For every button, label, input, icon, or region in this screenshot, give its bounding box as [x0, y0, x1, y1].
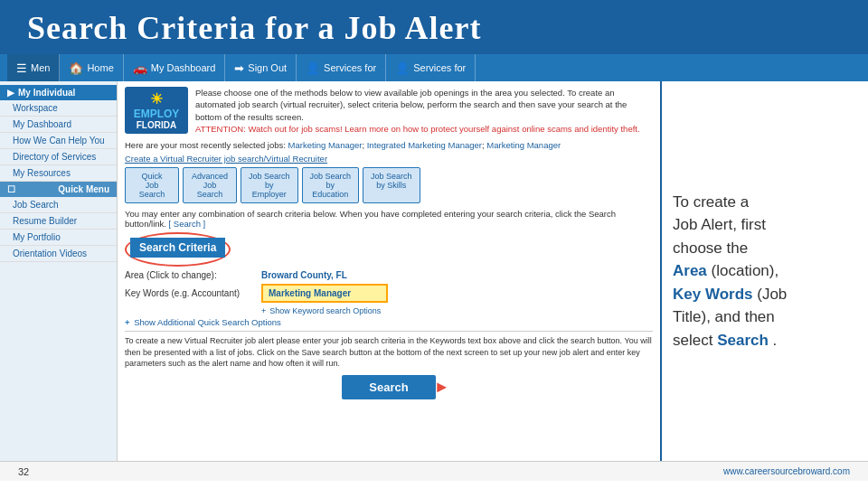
sidebar-user-header: ▶ My Individual — [0, 85, 117, 100]
recent-job-3[interactable]: Marketing Manager — [486, 140, 561, 150]
sidebar-item-orientation[interactable]: Orientation Videos — [0, 246, 117, 262]
sidebar-item-directory[interactable]: Directory of Services — [0, 149, 117, 165]
user-icon: ▶ — [7, 88, 14, 98]
search-inline-link[interactable]: [ Search ] — [169, 219, 206, 229]
tip-area-highlight: Area — [673, 262, 707, 279]
keywords-row: Key Words (e.g. Accountant) — [125, 284, 653, 303]
page-title: Search Criteria for a Job Alert — [0, 0, 868, 54]
employ-florida-logo: ☀ EMPLOY FLORIDA — [125, 87, 188, 134]
tip-search-highlight: Search — [717, 332, 769, 349]
page-number: 32 — [18, 466, 29, 477]
sidebar: ▶ My Individual Workspace My Dashboard H… — [0, 81, 118, 461]
tab-quick-job-search[interactable]: QuickJobSearch — [125, 167, 179, 203]
area-row: Area (Click to change): Broward County, … — [125, 270, 653, 280]
area-value[interactable]: Broward County, FL — [261, 270, 347, 280]
search-criteria-section: Search Criteria — [125, 232, 653, 267]
logo-area: ☀ EMPLOY FLORIDA — [125, 87, 188, 135]
main-content: ▶ My Individual Workspace My Dashboard H… — [0, 81, 868, 461]
right-content: ☀ EMPLOY FLORIDA Please choose one of th… — [118, 81, 868, 461]
sidebar-item-resources[interactable]: My Resources — [0, 165, 117, 182]
sidebar-item-dashboard[interactable]: My Dashboard — [0, 117, 117, 133]
search-criteria-label: Search Criteria — [130, 238, 225, 258]
services1-icon: 👤 — [306, 61, 320, 75]
area-label: Area (Click to change): — [125, 270, 256, 280]
tab-job-search-skills[interactable]: Job Searchby Skills — [363, 167, 420, 203]
nav-home[interactable]: 🏠 Home — [60, 54, 123, 81]
search-criteria-circle: Search Criteria — [125, 232, 231, 267]
signout-icon: ➡ — [234, 61, 244, 75]
plus-icon: + — [125, 317, 130, 327]
center-panel: ☀ EMPLOY FLORIDA Please choose one of th… — [118, 81, 660, 461]
keywords-input[interactable] — [261, 284, 388, 303]
footer-url: www.careersourcebroward.com — [723, 466, 850, 476]
search-button-container: Search — [125, 375, 653, 399]
tip-panel: To create a Job Alert, first choose the … — [660, 81, 868, 461]
keyword-options: + Show Keyword search Options — [261, 306, 653, 315]
menu-icon: ☰ — [16, 61, 27, 75]
dashboard-icon: 🚗 — [133, 61, 147, 75]
search-description: You may enter any combination of search … — [125, 209, 653, 229]
warning-text: ATTENTION: Watch out for job scams! Lear… — [195, 124, 640, 134]
nav-services2[interactable]: 👤 Services for — [386, 54, 476, 81]
search-button[interactable]: Search — [342, 375, 435, 399]
sidebar-item-resume-builder[interactable]: Resume Builder — [0, 213, 117, 230]
sidebar-item-portfolio[interactable]: My Portfolio — [0, 230, 117, 246]
recent-job-2[interactable]: Integrated Marketing Manager — [367, 140, 482, 150]
tab-advanced-job-search[interactable]: AdvancedJobSearch — [183, 167, 237, 203]
quick-menu-icon: ☐ — [7, 184, 15, 194]
show-keyword-options-link[interactable]: Show Keyword search Options — [269, 306, 381, 315]
tip-keywords-highlight: Key Words — [673, 286, 753, 303]
recently-selected: Here are your most recently selected job… — [125, 140, 653, 150]
navbar: ☰ Men 🏠 Home 🚗 My Dashboard ➡ Sign Out 👤… — [0, 54, 868, 81]
nav-services1[interactable]: 👤 Services for — [297, 54, 386, 81]
keywords-label: Key Words (e.g. Accountant) — [125, 288, 256, 298]
home-icon: 🏠 — [69, 61, 83, 75]
footer: 32 www.careersourcebroward.com — [0, 461, 868, 481]
info-text-block: Please choose one of the methods below t… — [195, 87, 653, 135]
services2-icon: 👤 — [395, 61, 410, 75]
sidebar-quick-menu-header: ☐ Quick Menu — [0, 182, 117, 197]
sidebar-item-help[interactable]: How We Can Help You — [0, 133, 117, 149]
sidebar-item-job-search[interactable]: Job Search — [0, 197, 117, 213]
nav-signout[interactable]: ➡ Sign Out — [225, 54, 297, 81]
nav-dashboard[interactable]: 🚗 My Dashboard — [124, 54, 226, 81]
tab-row: QuickJobSearch AdvancedJobSearch Job Sea… — [125, 167, 653, 203]
sun-icon: ☀ — [128, 90, 184, 108]
tip-text: To create a Job Alert, first choose the … — [673, 191, 857, 352]
tab-job-search-employer[interactable]: Job SearchbyEmployer — [241, 167, 298, 203]
recent-job-1[interactable]: Marketing Manager — [288, 140, 363, 150]
add-icon: + — [261, 306, 266, 315]
tab-job-search-education[interactable]: Job SearchbyEducation — [302, 167, 360, 203]
virtual-recruiter-link[interactable]: Create a Virtual Recruiter job search/Vi… — [125, 154, 653, 164]
bottom-info: To create a new Virtual Recruiter job al… — [125, 331, 653, 370]
sidebar-item-workspace[interactable]: Workspace — [0, 100, 117, 117]
nav-menu[interactable]: ☰ Men — [7, 54, 60, 81]
show-additional-options[interactable]: + Show Additional Quick Search Options — [125, 317, 653, 327]
top-section: ☀ EMPLOY FLORIDA Please choose one of th… — [125, 87, 653, 135]
